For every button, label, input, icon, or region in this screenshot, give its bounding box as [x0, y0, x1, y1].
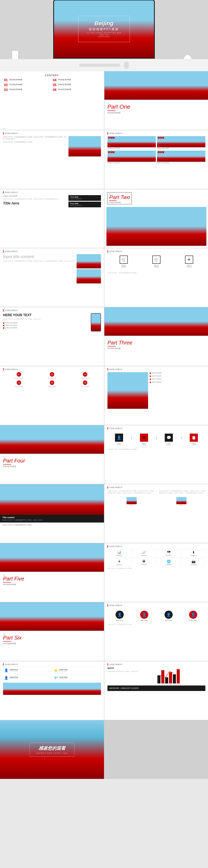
num-item-4: 04 添加文字内容说明: [3, 380, 35, 387]
title-content-dark: Title content 在此输入文本内容，可以根据需要调整字体大小和颜色。在…: [0, 515, 104, 523]
arrow-text-1: 添加文字内容说明: [107, 442, 131, 445]
bullet-span-2: 添加文字内容说明: [152, 375, 162, 377]
icon-feature-2: 🛒 添加文字内容说明: [152, 255, 161, 268]
slide-title-content: Title content 在此输入文本内容，可以根据需要调整字体大小和颜色。在…: [0, 484, 104, 543]
list-item: 01 单击此处添加标题: [4, 79, 51, 82]
part-three-image: [104, 307, 208, 336]
yt-icon-3: 👤: [4, 676, 8, 680]
input-body: 在此输入文本内容，可以根据需要调整字体大小和颜色。在此输入文本内容，可以根据需要…: [3, 260, 75, 262]
num-item-6: 06 添加文字内容说明: [69, 380, 101, 387]
item-desc-1: 在此输入文本内容说明: [107, 148, 156, 149]
slide-part-six: 06 Part Six 单击此处添加标题: [0, 602, 104, 661]
item-text: 单击此处添加标题: [9, 88, 22, 91]
content-header: CONTENT: [4, 74, 100, 76]
slide-here-text: 在此输入标题文本 HERE YOUR TEXT 在此输入文本内容，可以根据需要调…: [0, 307, 104, 366]
person-item-4: 👤 标题文字描述: [189, 611, 197, 621]
part-one-content: 01 Part One 单击此处添加标题: [104, 100, 208, 116]
item-text: 单击此处添加标题: [58, 79, 71, 81]
part-six-divider: [3, 641, 11, 642]
bullet-text-1: 在此输入文本内容说明: [5, 322, 17, 324]
part-five-image: [0, 543, 104, 572]
yt-icon-2: ⭐: [54, 669, 58, 672]
person-icon-circle-4: 👤: [189, 611, 197, 619]
person-body: 在此输入文本内容，可以根据需要调整字体大小和颜色。: [107, 624, 205, 625]
slide-icons: 在此输入标题文本 🛒 添加文字内容说明 🛒 添加文字内容说明 ✈ 添加文字内容说…: [104, 248, 208, 307]
icons-row: 🛒 添加文字内容说明 🛒 添加文字内容说明 ✈ 添加文字内容说明: [107, 255, 205, 268]
slide-header-5: 在此输入标题文本: [3, 191, 101, 193]
stat-item-2: 📈 添加标题文本: [132, 549, 156, 557]
title-content-image: [0, 484, 104, 515]
yt-icon-4: 💎: [54, 676, 58, 680]
slide-header: 在此输入标题文本: [107, 132, 205, 134]
your-title-item-4: 💎 YOUR TITLE 添加文字内容说明: [53, 675, 101, 681]
person-label-1: 标题文字描述: [115, 620, 124, 621]
add-title-item: Add The Title 在此输入文本内容说明: [107, 136, 156, 149]
bar-subtitle: 服权声明: [107, 667, 155, 670]
red-tag-3: Add The: [108, 151, 114, 153]
person-icon-circle-3: 👤: [165, 611, 173, 619]
stats-body: 在此输入文本内容，可以根据需要调整字体大小和颜色。: [107, 568, 205, 569]
num-circle-2: 02: [50, 372, 54, 377]
stat-label-8: 添加标题文本: [183, 564, 204, 565]
stat-label-7: 添加标题文本: [158, 564, 180, 565]
part-six-image: [0, 602, 104, 631]
item-num: 06: [53, 88, 57, 92]
icons-body: 在此输入文本内容，可以根据需要调整字体大小和颜色。: [107, 272, 205, 274]
yt-sub-1: 添加文字内容说明: [9, 671, 18, 672]
icon-feature-3: ✈ 添加文字内容说明: [185, 255, 193, 268]
thank-border: 感谢您的观看 THANKS FOR YOUR TIME: [30, 743, 74, 757]
slide-part-two: 02 Part Two 单击此处添加标题: [104, 189, 208, 248]
input-image-1: [77, 254, 101, 268]
person-icons-row: 👤 标题文字描述 👤 标题文字描述 👤 标题文字描述 👤 标题文字描述: [107, 611, 205, 621]
monitor-item-2: 添加文字: [157, 497, 205, 506]
num-item-3: 03 添加文字内容说明: [69, 372, 101, 379]
yt-sub-2: 添加文字内容说明: [59, 671, 68, 672]
num-item-2: 02 添加文字内容说明: [36, 372, 68, 379]
part-six-content: 06 Part Six 单击此处添加标题: [0, 631, 104, 647]
img-bullets-header: 在此输入标题文本: [107, 368, 205, 371]
monitor-item-1: 添加文字: [107, 497, 155, 506]
part-three-content: 03 Part Three 单击此处添加标题: [104, 336, 208, 352]
input-title-layout: Input title content 在此输入文本内容，可以根据需要调整字体大…: [3, 254, 101, 283]
col-1: 在此输入文本内容，可以根据需要调整字体大小和颜色。在此输入文本内容，可以根据需要…: [107, 490, 154, 494]
stat-item-5: ✈ 添加标题文本: [107, 558, 131, 566]
item-text: 单击此处添加标题: [9, 79, 22, 81]
stat-item-1: 📊 添加标题文本: [107, 549, 131, 557]
bullet-2: 在此输入文本内容说明: [3, 324, 89, 327]
bar-right: [158, 667, 205, 683]
person-item-1: 👤 标题文字描述: [115, 611, 124, 621]
person-item-2: 👤 标题文字描述: [140, 611, 148, 621]
slide-your-title: 在此输入标题文本 👤 YOUR TITLE 添加文字内容说明 ⭐ YOUR TI…: [0, 661, 104, 720]
bullet-sq-3: [150, 379, 151, 380]
stat-label-3: 添加标题文本: [158, 555, 180, 556]
add-title-img-4: Add The: [157, 151, 205, 162]
stats-grid-2: ✈ 添加标题文本 🏛 添加标题文本 🌐 添加标题文本 📷 添加标题文本: [107, 558, 205, 566]
person-icons-header: 在此输入标题文本: [107, 604, 205, 607]
here-body: 在此输入文本内容，可以根据需要调整字体大小和颜色。在此输入文本。: [3, 318, 89, 320]
part-five-content: 05 Part Five 单击此处添加标题: [0, 572, 104, 588]
arrow-body: 在此输入文本内容，可以根据需要调整字体大小和颜色。: [107, 448, 205, 450]
arrow-connector-1: ›: [131, 436, 132, 443]
add-title-item: Add The 在此输入文本内容说明: [107, 151, 156, 164]
arrow-item-1: 👤 添加文字内容说明: [107, 434, 131, 445]
slide-person-icons: 在此输入标题文本 👤 标题文字描述 👤 标题文字描述 👤 标题文字描述 👤 标题…: [104, 602, 208, 661]
part-two-divider: [109, 200, 116, 201]
col-1-text: 在此输入文本内容，可以根据需要调整字体大小和颜色。在此输入文本内容，可以根据需要…: [107, 490, 154, 494]
slide-stats-grid: 在此输入标题文本 📊 添加标题文本 📈 添加标题文本 🗺 添加标题文本 ⬇ 添加…: [104, 543, 208, 602]
bullet-item-3: 添加文字内容说明: [150, 378, 205, 380]
title-here-layout: 在此输入文本内容说明 在此输入文本内容，可以根据需要调整字体大小和颜色。在此输入…: [3, 195, 101, 207]
stat-icon-8: 📷: [183, 560, 204, 563]
slide-text-img: 在此输入标题文本 在此输入文本内容，可以根据需要调整字体大小和颜色。在此输入文本…: [0, 130, 104, 189]
here-bullets: 在此输入文本内容说明 在此输入文本内容说明 在此输入文本内容说明: [3, 322, 89, 329]
num-text-6: 添加文字内容说明: [69, 386, 101, 387]
slide-arrow-flow: 在此输入标题文本 👤 添加文字内容说明 › ⚙ 添加文字内容说明 › 💬 添加文…: [104, 425, 208, 484]
item-num: 04: [53, 79, 57, 82]
yt-icon-1: 👤: [4, 669, 8, 672]
title-here-text: 在此输入文本内容说明: [3, 195, 67, 197]
img-bullets-layout: 添加文字内容说明 添加文字内容说明 添加文字内容说明 添加文字内容说明: [107, 372, 205, 409]
your-title-item-3: 👤 YOUR TITLE 添加文字内容说明: [3, 675, 51, 681]
cover-beijing-title: Beijing: [86, 20, 122, 27]
part-three-subtitle: 单击此处添加标题: [107, 347, 205, 349]
body-text-2: 在此输入文本内容，可以根据需要调整字体大小和颜色。: [3, 141, 67, 143]
bullet-item-2: 添加文字内容说明: [150, 375, 205, 377]
